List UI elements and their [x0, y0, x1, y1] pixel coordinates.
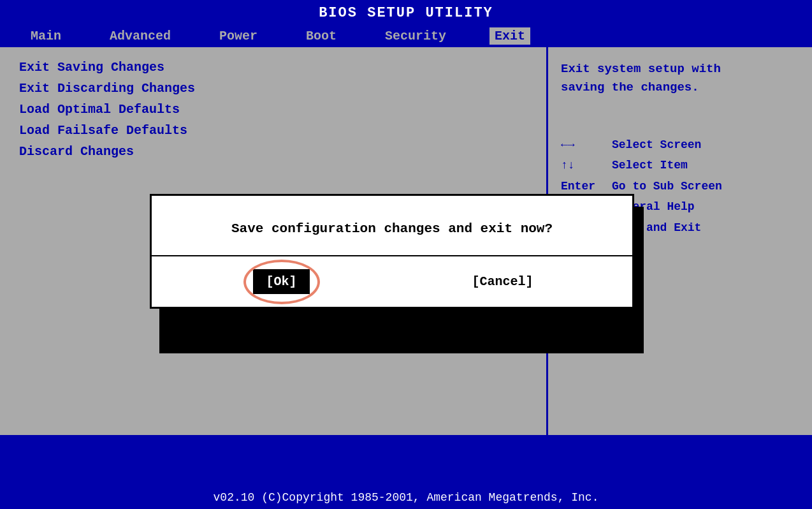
menu-load-optimal[interactable]: Load Optimal Defaults	[19, 102, 527, 117]
shortcut-row-select-screen: ←→ Select Screen	[561, 135, 799, 155]
help-line1: Exit system setup withsaving the changes…	[561, 62, 721, 94]
menu-exit-saving[interactable]: Exit Saving Changes	[19, 60, 527, 75]
nav-exit[interactable]: Exit	[489, 27, 530, 45]
help-text: Exit system setup withsaving the changes…	[561, 60, 799, 96]
dialog-buttons: [Ok] [Cancel]	[152, 256, 632, 307]
dialog-question: Save configuration changes and exit now?	[152, 196, 632, 256]
ok-button-wrapper: [Ok]	[171, 269, 392, 294]
save-dialog: Save configuration changes and exit now?…	[150, 194, 634, 309]
shortcut-desc-select-screen: Select Screen	[612, 135, 701, 155]
nav-advanced[interactable]: Advanced	[105, 27, 176, 45]
nav-power[interactable]: Power	[214, 27, 263, 45]
shortcut-row-select-item: ↑↓ Select Item	[561, 155, 799, 175]
menu-exit-discarding[interactable]: Exit Discarding Changes	[19, 81, 527, 96]
cancel-button-wrapper: [Cancel]	[392, 269, 613, 294]
cancel-button[interactable]: [Cancel]	[459, 269, 546, 294]
title-bar: BIOS SETUP UTILITY	[0, 0, 812, 25]
shortcut-key-updown: ↑↓	[561, 155, 599, 175]
menu-load-failsafe[interactable]: Load Failsafe Defaults	[19, 123, 527, 138]
left-panel: Exit Saving Changes Exit Discarding Chan…	[0, 47, 548, 435]
menu-discard-changes[interactable]: Discard Changes	[19, 144, 527, 159]
nav-main[interactable]: Main	[25, 27, 66, 45]
shortcut-key-arrows: ←→	[561, 135, 599, 155]
footer-text: v02.10 (C)Copyright 1985-2001, American …	[214, 491, 599, 504]
nav-bar: Main Advanced Power Boot Security Exit	[0, 25, 812, 47]
footer: v02.10 (C)Copyright 1985-2001, American …	[0, 486, 812, 509]
nav-boot[interactable]: Boot	[301, 27, 342, 45]
app-title: BIOS SETUP UTILITY	[319, 5, 493, 21]
ok-button[interactable]: [Ok]	[253, 269, 309, 294]
nav-security[interactable]: Security	[380, 27, 451, 45]
shortcut-desc-select-item: Select Item	[612, 155, 688, 175]
main-area: Exit Saving Changes Exit Discarding Chan…	[0, 47, 812, 435]
